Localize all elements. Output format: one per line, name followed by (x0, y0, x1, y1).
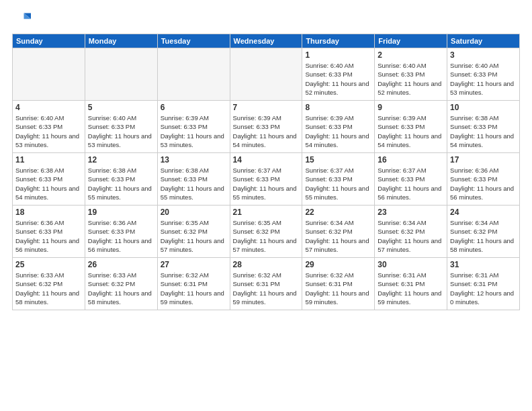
calendar-cell: 6Sunrise: 6:39 AM Sunset: 6:33 PM Daylig… (157, 101, 230, 153)
day-info: Sunrise: 6:39 AM Sunset: 6:33 PM Dayligh… (161, 113, 227, 149)
calendar-cell: 5Sunrise: 6:40 AM Sunset: 6:33 PM Daylig… (85, 101, 157, 153)
calendar-cell: 4Sunrise: 6:40 AM Sunset: 6:33 PM Daylig… (13, 101, 85, 153)
calendar-cell: 21Sunrise: 6:35 AM Sunset: 6:32 PM Dayli… (230, 205, 302, 258)
calendar-header-thursday: Thursday (302, 34, 375, 48)
calendar-cell (85, 48, 157, 101)
calendar-header-wednesday: Wednesday (230, 34, 302, 48)
calendar-cell (230, 48, 302, 101)
calendar-header-monday: Monday (85, 34, 157, 48)
day-number: 13 (161, 155, 227, 165)
calendar-cell: 2Sunrise: 6:40 AM Sunset: 6:33 PM Daylig… (375, 48, 447, 101)
day-info: Sunrise: 6:33 AM Sunset: 6:32 PM Dayligh… (88, 271, 154, 306)
calendar-cell: 26Sunrise: 6:33 AM Sunset: 6:32 PM Dayli… (85, 258, 157, 310)
day-info: Sunrise: 6:40 AM Sunset: 6:33 PM Dayligh… (378, 61, 444, 97)
day-info: Sunrise: 6:35 AM Sunset: 6:32 PM Dayligh… (233, 218, 300, 254)
calendar-header-saturday: Saturday (447, 34, 520, 48)
calendar-cell: 30Sunrise: 6:31 AM Sunset: 6:31 PM Dayli… (375, 258, 447, 310)
calendar-cell: 20Sunrise: 6:35 AM Sunset: 6:32 PM Dayli… (157, 205, 230, 258)
calendar-cell: 25Sunrise: 6:33 AM Sunset: 6:32 PM Dayli… (13, 258, 85, 310)
day-number: 7 (233, 103, 300, 112)
day-number: 18 (15, 208, 82, 217)
day-number: 17 (450, 155, 517, 165)
day-info: Sunrise: 6:38 AM Sunset: 6:33 PM Dayligh… (450, 113, 517, 149)
day-info: Sunrise: 6:40 AM Sunset: 6:33 PM Dayligh… (15, 113, 82, 149)
calendar-cell: 14Sunrise: 6:37 AM Sunset: 6:33 PM Dayli… (230, 153, 302, 205)
day-number: 10 (450, 103, 517, 112)
calendar-cell: 28Sunrise: 6:32 AM Sunset: 6:31 PM Dayli… (230, 258, 302, 310)
week-row-5: 25Sunrise: 6:33 AM Sunset: 6:32 PM Dayli… (13, 258, 520, 310)
calendar-cell: 8Sunrise: 6:39 AM Sunset: 6:33 PM Daylig… (302, 101, 375, 153)
day-number: 1 (305, 50, 371, 60)
day-info: Sunrise: 6:37 AM Sunset: 6:33 PM Dayligh… (233, 166, 300, 201)
day-info: Sunrise: 6:36 AM Sunset: 6:33 PM Dayligh… (15, 218, 82, 254)
logo (12, 11, 34, 30)
day-info: Sunrise: 6:31 AM Sunset: 6:31 PM Dayligh… (378, 271, 444, 306)
day-number: 4 (15, 103, 82, 112)
day-number: 26 (88, 260, 154, 269)
day-number: 27 (161, 260, 227, 269)
day-info: Sunrise: 6:31 AM Sunset: 6:31 PM Dayligh… (450, 271, 517, 306)
calendar-cell: 13Sunrise: 6:38 AM Sunset: 6:33 PM Dayli… (157, 153, 230, 205)
day-info: Sunrise: 6:38 AM Sunset: 6:33 PM Dayligh… (15, 166, 82, 201)
day-number: 29 (305, 260, 371, 269)
week-row-3: 11Sunrise: 6:38 AM Sunset: 6:33 PM Dayli… (13, 153, 520, 205)
calendar-cell (13, 48, 85, 101)
day-info: Sunrise: 6:36 AM Sunset: 6:33 PM Dayligh… (88, 218, 154, 254)
day-info: Sunrise: 6:32 AM Sunset: 6:31 PM Dayligh… (233, 271, 300, 306)
calendar-cell: 11Sunrise: 6:38 AM Sunset: 6:33 PM Dayli… (13, 153, 85, 205)
calendar-header-tuesday: Tuesday (157, 34, 230, 48)
day-number: 25 (15, 260, 82, 269)
day-number: 2 (378, 50, 444, 60)
day-info: Sunrise: 6:34 AM Sunset: 6:32 PM Dayligh… (378, 218, 444, 254)
day-info: Sunrise: 6:39 AM Sunset: 6:33 PM Dayligh… (233, 113, 300, 149)
day-number: 12 (88, 155, 154, 165)
calendar-cell: 31Sunrise: 6:31 AM Sunset: 6:31 PM Dayli… (447, 258, 520, 310)
day-info: Sunrise: 6:39 AM Sunset: 6:33 PM Dayligh… (378, 113, 444, 149)
day-number: 6 (161, 103, 227, 112)
day-number: 30 (378, 260, 444, 269)
day-number: 16 (378, 155, 444, 165)
week-row-1: 1Sunrise: 6:40 AM Sunset: 6:33 PM Daylig… (13, 48, 520, 101)
day-number: 8 (305, 103, 371, 112)
calendar-cell: 22Sunrise: 6:34 AM Sunset: 6:32 PM Dayli… (302, 205, 375, 258)
calendar-cell: 7Sunrise: 6:39 AM Sunset: 6:33 PM Daylig… (230, 101, 302, 153)
day-number: 31 (450, 260, 517, 269)
week-row-2: 4Sunrise: 6:40 AM Sunset: 6:33 PM Daylig… (13, 101, 520, 153)
day-info: Sunrise: 6:35 AM Sunset: 6:32 PM Dayligh… (161, 218, 227, 254)
day-info: Sunrise: 6:33 AM Sunset: 6:32 PM Dayligh… (15, 271, 82, 306)
day-info: Sunrise: 6:32 AM Sunset: 6:31 PM Dayligh… (161, 271, 227, 306)
day-number: 5 (88, 103, 154, 112)
calendar-cell: 3Sunrise: 6:40 AM Sunset: 6:33 PM Daylig… (447, 48, 520, 101)
week-row-4: 18Sunrise: 6:36 AM Sunset: 6:33 PM Dayli… (13, 205, 520, 258)
day-info: Sunrise: 6:37 AM Sunset: 6:33 PM Dayligh… (305, 166, 371, 201)
day-info: Sunrise: 6:32 AM Sunset: 6:31 PM Dayligh… (305, 271, 371, 306)
calendar-cell: 10Sunrise: 6:38 AM Sunset: 6:33 PM Dayli… (447, 101, 520, 153)
day-info: Sunrise: 6:38 AM Sunset: 6:33 PM Dayligh… (88, 166, 154, 201)
day-info: Sunrise: 6:39 AM Sunset: 6:33 PM Dayligh… (305, 113, 371, 149)
day-number: 21 (233, 208, 300, 217)
day-number: 20 (161, 208, 227, 217)
day-info: Sunrise: 6:40 AM Sunset: 6:33 PM Dayligh… (305, 61, 371, 97)
calendar-cell: 18Sunrise: 6:36 AM Sunset: 6:33 PM Dayli… (13, 205, 85, 258)
calendar-cell: 17Sunrise: 6:36 AM Sunset: 6:33 PM Dayli… (447, 153, 520, 205)
day-number: 24 (450, 208, 517, 217)
calendar-cell: 29Sunrise: 6:32 AM Sunset: 6:31 PM Dayli… (302, 258, 375, 310)
day-number: 28 (233, 260, 300, 269)
calendar-cell: 15Sunrise: 6:37 AM Sunset: 6:33 PM Dayli… (302, 153, 375, 205)
day-info: Sunrise: 6:40 AM Sunset: 6:33 PM Dayligh… (450, 61, 517, 97)
day-info: Sunrise: 6:34 AM Sunset: 6:32 PM Dayligh… (450, 218, 517, 254)
day-number: 19 (88, 208, 154, 217)
calendar-cell: 12Sunrise: 6:38 AM Sunset: 6:33 PM Dayli… (85, 153, 157, 205)
day-number: 15 (305, 155, 371, 165)
calendar-header-sunday: Sunday (13, 34, 85, 48)
day-number: 23 (378, 208, 444, 217)
day-info: Sunrise: 6:34 AM Sunset: 6:32 PM Dayligh… (305, 218, 371, 254)
calendar-cell: 16Sunrise: 6:37 AM Sunset: 6:33 PM Dayli… (375, 153, 447, 205)
day-info: Sunrise: 6:37 AM Sunset: 6:33 PM Dayligh… (378, 166, 444, 201)
day-number: 14 (233, 155, 300, 165)
day-info: Sunrise: 6:36 AM Sunset: 6:33 PM Dayligh… (450, 166, 517, 201)
calendar-cell: 19Sunrise: 6:36 AM Sunset: 6:33 PM Dayli… (85, 205, 157, 258)
day-info: Sunrise: 6:38 AM Sunset: 6:33 PM Dayligh… (161, 166, 227, 201)
day-number: 11 (15, 155, 82, 165)
day-number: 22 (305, 208, 371, 217)
